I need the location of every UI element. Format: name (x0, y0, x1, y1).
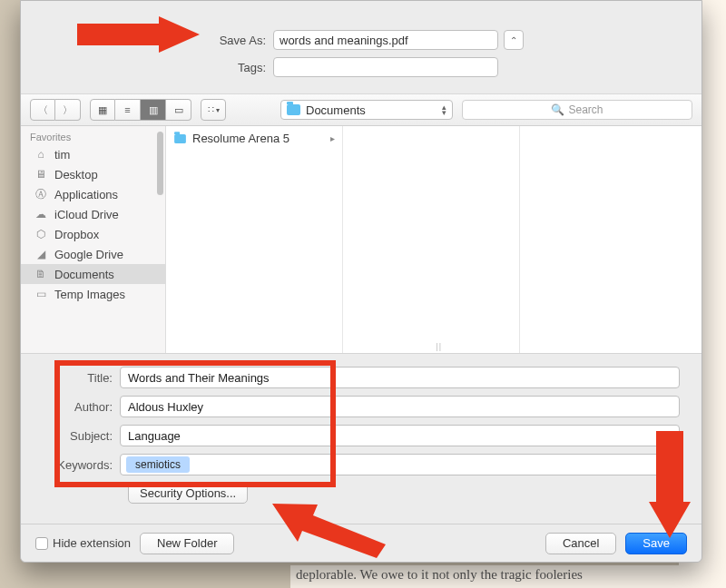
view-list-button[interactable]: ≡ (115, 99, 141, 121)
keyword-token[interactable]: semiotics (126, 456, 190, 473)
sidebar: Favorites ⌂tim 🖥Desktop ⒶApplications ☁i… (21, 126, 166, 353)
gdrive-icon: ◢ (34, 248, 48, 260)
sidebar-item-label: Temp Images (54, 288, 125, 301)
security-options-button[interactable]: Security Options... (128, 483, 248, 504)
search-icon: 🔍 (551, 103, 564, 116)
apps-icon: Ⓐ (34, 188, 48, 201)
desktop-icon: 🖥 (34, 168, 48, 181)
file-browser: Favorites ⌂tim 🖥Desktop ⒶApplications ☁i… (21, 126, 701, 353)
group-by-button-group: ∷▾ (201, 99, 226, 121)
title-input[interactable] (120, 367, 680, 388)
chevron-right-icon: 〉 (63, 103, 73, 117)
sidebar-item-tim[interactable]: ⌂tim (21, 144, 165, 164)
folder-icon (174, 133, 186, 142)
sidebar-item-label: iCloud Drive (54, 208, 119, 221)
sidebar-item-temp-images[interactable]: ▭Temp Images (21, 284, 165, 304)
sidebar-item-label: tim (54, 148, 70, 162)
subject-label: Subject: (43, 429, 120, 443)
chevron-down-icon: ▾ (216, 106, 220, 114)
hide-extension-checkbox[interactable]: Hide extension (35, 536, 131, 550)
sidebar-item-label: Dropbox (54, 228, 99, 241)
sidebar-item-documents[interactable]: 🗎Documents (21, 264, 165, 284)
checkbox-icon (35, 537, 48, 550)
background-document-footer: deplorable. We owe to it not only the tr… (290, 565, 726, 588)
column-3[interactable] (520, 126, 701, 353)
search-field[interactable]: 🔍 Search (462, 100, 692, 120)
back-button[interactable]: 〈 (30, 99, 55, 121)
folder-icon: ▭ (34, 288, 48, 300)
view-mode-buttons: ▦ ≡ ▥ ▭ (90, 99, 191, 121)
cloud-icon: ☁ (34, 208, 48, 220)
sidebar-item-icloud[interactable]: ☁iCloud Drive (21, 204, 165, 224)
sidebar-item-desktop[interactable]: 🖥Desktop (21, 164, 165, 184)
keywords-label: Keywords: (43, 458, 120, 472)
keywords-input[interactable]: semiotics (120, 454, 680, 475)
sidebar-scrollbar[interactable] (157, 132, 163, 195)
search-placeholder: Search (568, 103, 603, 116)
subject-input[interactable] (120, 425, 680, 446)
tags-input[interactable] (273, 57, 498, 77)
tags-label: Tags: (39, 61, 273, 74)
home-icon: ⌂ (34, 148, 48, 161)
forward-button[interactable]: 〉 (55, 99, 81, 121)
chevron-left-icon: 〈 (38, 103, 48, 117)
column-2[interactable]: || (343, 126, 520, 353)
group-by-button[interactable]: ∷▾ (201, 99, 226, 121)
columns-icon: ▥ (149, 104, 158, 116)
view-columns-button[interactable]: ▥ (141, 99, 166, 121)
nav-buttons: 〈 〉 (30, 99, 81, 121)
new-folder-button[interactable]: New Folder (140, 533, 234, 554)
view-gallery-button[interactable]: ▭ (166, 99, 191, 121)
grid-small-icon: ∷ (208, 104, 214, 116)
save-as-input[interactable] (273, 30, 498, 50)
list-icon: ≡ (124, 104, 130, 115)
sidebar-item-gdrive[interactable]: ◢Google Drive (21, 244, 165, 264)
cancel-button[interactable]: Cancel (545, 533, 616, 554)
sidebar-item-label: Desktop (54, 168, 98, 181)
file-row[interactable]: Resolume Arena 5 ▸ (166, 130, 342, 147)
save-as-label: Save As: (39, 34, 273, 47)
grid-icon: ▦ (98, 104, 107, 116)
author-label: Author: (43, 400, 120, 414)
save-button[interactable]: Save (625, 533, 687, 554)
save-dialog: Save As: ⌃ Tags: 〈 〉 ▦ ≡ ▥ ▭ ∷▾ Docume (20, 0, 702, 563)
finder-toolbar: 〈 〉 ▦ ≡ ▥ ▭ ∷▾ Documents ▴▾ 🔍 Search (21, 93, 701, 126)
dialog-bottom-bar: Hide extension New Folder Cancel Save (21, 524, 701, 562)
dropbox-icon: ⬡ (34, 228, 48, 240)
sidebar-item-applications[interactable]: ⒶApplications (21, 184, 165, 204)
column-resize-handle[interactable]: || (436, 342, 442, 351)
author-input[interactable] (120, 396, 680, 417)
collapse-button[interactable]: ⌃ (504, 30, 524, 50)
sidebar-item-dropbox[interactable]: ⬡Dropbox (21, 224, 165, 244)
documents-icon: 🗎 (34, 268, 48, 280)
folder-icon (287, 104, 300, 115)
location-label: Documents (306, 103, 366, 117)
chevron-up-icon: ⌃ (510, 35, 517, 45)
title-label: Title: (43, 371, 120, 385)
column-1[interactable]: Resolume Arena 5 ▸ (166, 126, 343, 353)
sidebar-item-label: Documents (54, 268, 114, 281)
chevron-right-icon: ▸ (330, 133, 335, 143)
location-dropdown[interactable]: Documents ▴▾ (280, 100, 453, 120)
updown-icon: ▴▾ (442, 104, 446, 115)
sidebar-item-label: Applications (54, 188, 118, 201)
file-label: Resolume Arena 5 (192, 132, 289, 145)
pdf-metadata-panel: Title: Author: Subject: Keywords: semiot… (21, 353, 701, 511)
gallery-icon: ▭ (174, 104, 183, 116)
sidebar-header: Favorites (21, 126, 165, 144)
view-icons-button[interactable]: ▦ (90, 99, 115, 121)
sidebar-item-label: Google Drive (54, 248, 123, 261)
hide-extension-label: Hide extension (53, 536, 131, 550)
